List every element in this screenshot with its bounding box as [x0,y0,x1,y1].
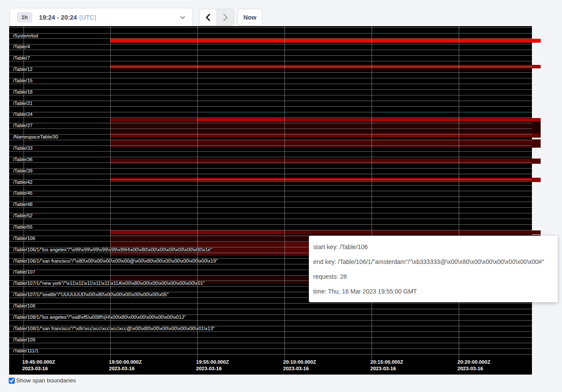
heat-band[interactable] [197,118,284,122]
span-boundary-line [9,55,532,56]
row-label: /Table/15 [13,78,33,83]
span-boundary-line [9,303,532,304]
span-boundary-line [9,196,532,197]
row-label: /Table/4 [13,44,30,49]
span-boundary-line [9,168,532,169]
timezone-text: (UTC) [79,14,96,21]
now-button[interactable]: Now [237,9,262,26]
span-boundary-line [9,95,532,95]
heat-band[interactable] [110,230,197,234]
row-label: /Table/27 [13,123,33,128]
span-boundary-line [9,191,532,191]
span-boundary-line [9,89,532,90]
span-boundary-line [9,84,532,84]
row-label: /Table/108/1/"san francisco"/"\x8c\xcc\x… [13,326,215,331]
span-boundary-line [9,174,532,174]
span-boundary-line [9,123,532,123]
x-axis-label: 20:10:00.000Z 2023-03-16 [283,359,316,372]
span-boundary-line [9,151,532,152]
time-range-text: 19:24 - 20:24 [39,14,77,21]
span-boundary-line [9,337,532,338]
span-boundary-line [9,230,532,230]
time-nav-group [199,9,234,26]
heat-band[interactable] [284,118,371,122]
row-label: /Table/39 [13,168,33,173]
span-boundary-line [9,157,532,157]
row-label: /Table/107 [13,269,35,274]
x-axis-label: 19:55:00.000Z 2023-03-16 [196,359,229,372]
span-boundary-line [9,117,532,118]
toolbar: 1h 19:24 - 20:24 (UTC) Now [0,0,562,26]
row-label: /Table/21 [13,101,33,106]
heat-band[interactable] [197,230,284,234]
heat-band[interactable] [110,118,197,122]
show-span-boundaries-checkbox[interactable] [9,378,15,384]
duration-badge: 1h [17,12,32,23]
span-boundary-line [9,38,532,39]
span-boundaries-toggle: Show span boundaries [9,377,76,384]
span-boundary-line [9,309,532,309]
time-gridline [372,26,372,359]
heat-band[interactable] [110,39,541,43]
span-boundary-line [9,343,532,343]
heat-band[interactable] [110,159,371,164]
span-tooltip: start key: /Table/106end key: /Table/106… [309,236,558,302]
time-gridline [110,26,111,359]
span-boundary-line [9,224,532,225]
span-boundary-line [9,213,532,213]
row-label: /Table/42 [13,179,33,185]
span-boundary-line [9,78,532,78]
chevron-down-icon [179,14,186,22]
span-boundary-line [9,348,532,349]
row-label: /System/tsd [13,33,38,38]
span-boundary-line [9,219,532,219]
heat-band[interactable] [110,178,197,182]
key-visualizer-canvas[interactable]: 19:45:00.000Z 2023-03-1619:50:00.000Z 20… [9,26,532,375]
span-boundary-line [9,27,532,28]
span-boundary-line [9,202,532,202]
heat-band[interactable] [284,230,371,234]
span-boundary-line [9,101,532,101]
row-label: /Table/109 [13,337,35,342]
row-label: /Table/7 [13,55,30,61]
row-label: /NamespaceTable/30 [13,134,58,139]
row-label: /Table/45 [13,190,33,196]
row-label: /Table/107/1/"new york"/"\x11\x11\x11\x1… [13,280,205,286]
heat-band[interactable] [371,118,541,122]
tooltip-line: end key: /Table/106/1/"amsterdam"/"\xb33… [313,254,553,269]
span-boundary-line [9,140,532,140]
span-boundary-line [9,50,532,50]
heat-band[interactable] [371,230,541,234]
span-boundary-line [9,185,532,186]
row-label: /Table/106/1/"san francisco"/"\x80\x00\x… [13,258,218,264]
heat-band[interactable] [371,159,541,164]
span-boundary-line [9,72,532,73]
tooltip-line: start key: /Table/106 [313,240,553,254]
time-gridline [459,26,459,359]
span-boundary-line [9,44,532,44]
span-boundary-line [9,179,532,180]
span-boundary-line [9,207,532,208]
heat-band[interactable] [110,139,541,148]
heat-band[interactable] [197,178,541,182]
time-gridline [197,26,198,359]
time-gridline [284,26,285,359]
row-label: /Table/18 [13,89,33,95]
span-boundary-line [9,67,532,67]
tooltip-line: time: Thu, 16 Mar 2023 19:55:00 GMT [313,284,553,299]
row-label: /Table/108/1/"los angeles"/"\xa8\xf5\u00… [13,314,186,320]
row-label: /Table/106 [13,236,35,241]
row-label: /Table/106/1/"los angeles"/"\x99\x99\x99… [13,247,212,252]
next-interval-button[interactable] [217,9,234,26]
span-boundary-line [9,145,532,146]
x-axis-label: 20:15:00.000Z 2023-03-16 [370,359,403,372]
x-axis-label: 19:50:00.000Z 2023-03-16 [109,359,142,372]
show-span-boundaries-label[interactable]: Show span boundaries [16,377,76,384]
span-boundary-line [9,33,532,34]
span-boundary-line [9,128,532,129]
time-range-selector[interactable]: 1h 19:24 - 20:24 (UTC) [10,8,193,27]
span-boundary-line [9,106,532,107]
row-label: /Table/111/1 [13,348,38,353]
row-label: /Table/24 [13,112,33,117]
previous-interval-button[interactable] [199,9,217,26]
